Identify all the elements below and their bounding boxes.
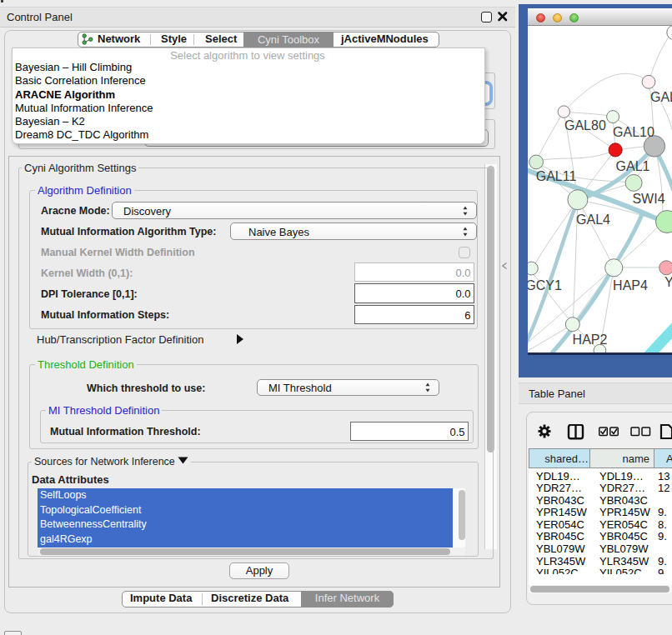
svg-text:GAL10: GAL10 [613,125,654,139]
svg-text:SWI4: SWI4 [632,192,664,206]
svg-text:GAL1: GAL1 [616,159,650,173]
svg-text:HAP4: HAP4 [613,278,648,292]
svg-text:GCY1: GCY1 [528,278,562,292]
svg-text:GAL11: GAL11 [536,169,577,183]
svg-text:Y: Y [664,275,672,289]
svg-text:GAL4: GAL4 [576,212,610,227]
svg-text:GAL80: GAL80 [564,118,606,132]
svg-text:HAP2: HAP2 [573,332,608,347]
svg-text:GAL: GAL [650,90,672,104]
